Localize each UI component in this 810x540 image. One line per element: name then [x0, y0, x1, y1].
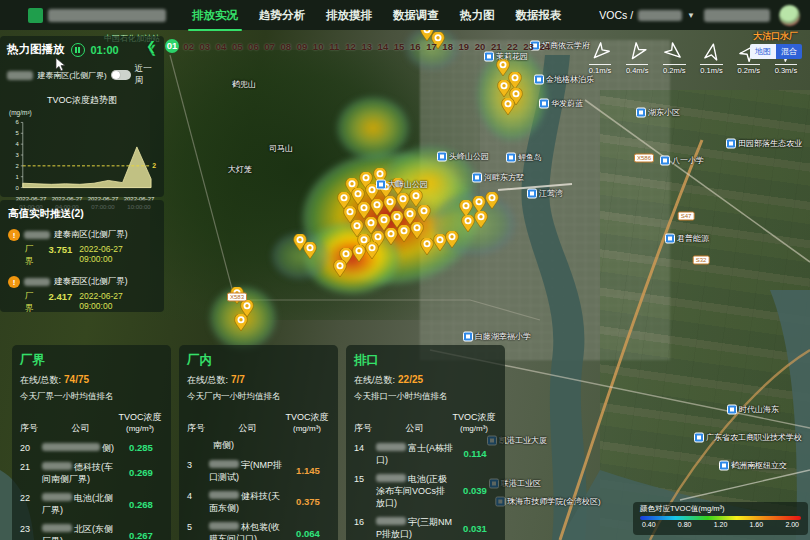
pause-button[interactable] — [71, 43, 85, 57]
monitoring-point-marker-icon[interactable] — [445, 231, 459, 249]
tab-heatmap[interactable]: 热力图 — [460, 4, 495, 27]
map-type-map-button[interactable]: 地图 — [750, 44, 776, 59]
monitoring-point-marker-icon[interactable] — [384, 228, 398, 246]
row-tvoc-value: 0.267 — [119, 530, 163, 540]
tab-data-report[interactable]: 数据报表 — [516, 4, 562, 27]
tab-emission-live[interactable]: 排放实况 — [192, 4, 238, 27]
map-poi-text: 广东省农工商职业技术学校 — [706, 432, 802, 443]
tab-data-investigation[interactable]: 数据调查 — [393, 4, 439, 27]
monitoring-point-marker-icon[interactable] — [303, 242, 317, 260]
hour-selector-bar: ❮ 01020304050607080910111213141516171819… — [146, 39, 551, 53]
monitoring-point-marker-icon[interactable] — [461, 215, 475, 233]
hour-04[interactable]: 04 — [214, 41, 227, 52]
hour-13[interactable]: 13 — [360, 41, 373, 52]
map-poi-label: 司马山 — [269, 143, 293, 154]
table-row[interactable]: 16宇(三期NMP排放口)0.031 — [354, 516, 497, 540]
hour-22[interactable]: 22 — [506, 41, 519, 52]
monitoring-point-marker-icon[interactable] — [474, 211, 488, 229]
row-rank: 14 — [354, 442, 376, 466]
logo-icon — [28, 8, 43, 23]
hour-07[interactable]: 07 — [263, 41, 276, 52]
hour-06[interactable]: 06 — [247, 41, 260, 52]
map-poi-icon — [636, 107, 646, 117]
map-poi-text: 头峰山公园 — [449, 151, 489, 162]
avatar[interactable] — [779, 5, 800, 26]
map-poi-label: 湖东小区 — [636, 107, 680, 118]
table-row[interactable]: 23北区(东侧厂界)0.267 — [20, 523, 163, 540]
monitoring-point-marker-icon[interactable] — [365, 242, 379, 260]
monitoring-point-marker-icon[interactable] — [234, 314, 248, 332]
table-row[interactable]: 20侧)0.285 — [20, 442, 163, 454]
tab-emission-survey[interactable]: 排放摸排 — [326, 4, 372, 27]
hour-11[interactable]: 11 — [328, 41, 341, 52]
hour-05[interactable]: 05 — [231, 41, 244, 52]
table-row[interactable]: 14富士(A栋排口)0.114 — [354, 442, 497, 466]
push-value: 2.417 — [49, 291, 73, 315]
monitoring-point-marker-icon[interactable] — [485, 192, 499, 210]
hour-14[interactable]: 14 — [376, 41, 389, 52]
legend-title: 颜色对应TVOC值(mg/m³) — [640, 504, 801, 514]
hour-03[interactable]: 03 — [198, 41, 211, 52]
hour-10[interactable]: 10 — [312, 41, 325, 52]
table-row[interactable]: 5林包装(收膜车间门口)0.064 — [187, 521, 330, 540]
monitoring-point-marker-icon[interactable] — [417, 205, 431, 223]
panel-title: 排口 — [354, 352, 497, 369]
map-poi-icon — [694, 432, 704, 442]
wind-indicator-1: 0.1m/s — [583, 42, 617, 75]
table-row[interactable]: 3宇(NMP排口测试)1.145 — [187, 459, 330, 483]
hour-09[interactable]: 09 — [295, 41, 308, 52]
hour-12[interactable]: 12 — [344, 41, 357, 52]
hour-15[interactable]: 15 — [393, 41, 406, 52]
hour-19[interactable]: 19 — [457, 41, 470, 52]
push-item[interactable]: !建泰西区(北侧厂界)厂界2.4172022-06-27 09:00:00 — [8, 276, 156, 315]
wind-arrow-icon — [660, 38, 688, 66]
map-poi-text: 田园部落生态农业 — [738, 138, 802, 149]
hour-20[interactable]: 20 — [473, 41, 486, 52]
hour-23[interactable]: 23 — [522, 41, 535, 52]
collapse-left-icon[interactable]: ❮ — [146, 39, 156, 53]
row-company: 宇(NMP排口测试) — [209, 459, 286, 483]
monitoring-point-marker-icon[interactable] — [397, 225, 411, 243]
table-row[interactable]: 22电池(北侧厂界)0.268 — [20, 492, 163, 516]
hour-01[interactable]: 01 — [165, 39, 179, 53]
table-header: 序号 公司 TVOC浓度(mg/m³) — [187, 412, 330, 435]
map-poi-text: 大嶂山公园 — [388, 179, 428, 190]
map-poi-icon — [506, 152, 516, 162]
hour-02[interactable]: 02 — [182, 41, 195, 52]
push-item[interactable]: !建泰南区(北侧厂界)厂界3.7512022-06-27 09:00:00 — [8, 229, 156, 268]
table-row[interactable]: 15电池(正极涂布车间VOCs排放口)0.039 — [354, 473, 497, 509]
hour-16[interactable]: 16 — [409, 41, 422, 52]
hour-08[interactable]: 08 — [279, 41, 292, 52]
vocs-prefix-label: VOCs / — [599, 9, 633, 21]
svg-text:5: 5 — [16, 130, 20, 136]
table-row[interactable]: 21德科技(车间南侧厂界)0.269 — [20, 461, 163, 485]
map-poi-label: 时代山海东 — [727, 404, 779, 415]
company-name-redacted — [42, 443, 100, 451]
monitoring-point-marker-icon[interactable] — [420, 238, 434, 256]
tab-trend-analysis[interactable]: 趋势分析 — [259, 4, 305, 27]
route-badge: S32 — [693, 256, 710, 265]
hour-24[interactable]: 24 — [538, 41, 551, 52]
legend-tick: 1.20 — [714, 521, 728, 528]
monitoring-point-marker-icon[interactable] — [352, 245, 366, 263]
row-rank: 23 — [20, 523, 42, 540]
hour-18[interactable]: 18 — [441, 41, 454, 52]
hour-17[interactable]: 17 — [425, 41, 438, 52]
hour-21[interactable]: 21 — [490, 41, 503, 52]
push-item-station-line: !建泰南区(北侧厂界) — [8, 229, 156, 241]
week-toggle[interactable] — [111, 70, 131, 80]
map-poi-text: 江莺湾 — [539, 188, 563, 199]
row-tvoc-value: 0.064 — [286, 528, 330, 539]
table-row[interactable]: 4健科技(天面东侧)0.375 — [187, 490, 330, 514]
monitoring-point-marker-icon[interactable] — [333, 260, 347, 278]
high-value-push-panel: 高值实时推送(2) !建泰南区(北侧厂界)厂界3.7512022-06-27 0… — [0, 200, 164, 312]
monitoring-point-marker-icon[interactable] — [501, 98, 515, 116]
map-poi-label: 大嶂山公园 — [376, 179, 428, 190]
vocs-selector[interactable]: VOCs / ▼ — [599, 9, 695, 21]
push-item-station-line: !建泰西区(北侧厂界) — [8, 276, 156, 288]
map-type-hybrid-button[interactable]: 混合 — [776, 44, 802, 59]
map-poi-icon — [527, 188, 537, 198]
push-value: 3.751 — [49, 244, 73, 268]
map-poi-text: 八一小学 — [672, 155, 704, 166]
row-company: 宇(三期NMP排放口) — [376, 516, 453, 540]
